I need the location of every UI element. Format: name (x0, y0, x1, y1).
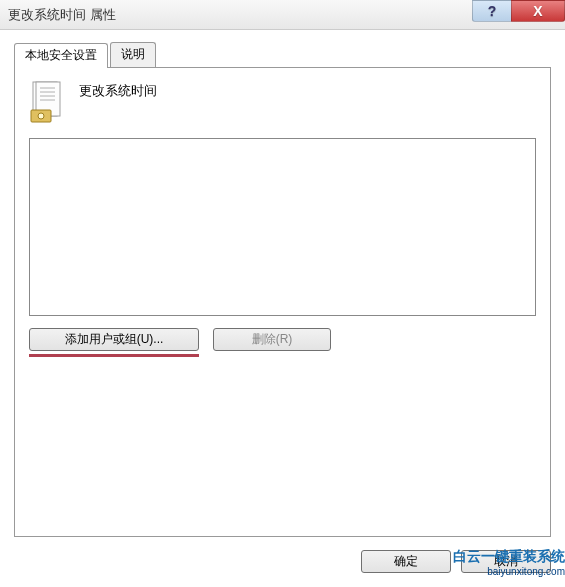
annotation-underline (29, 354, 199, 357)
button-row: 添加用户或组(U)... 删除(R) (29, 328, 536, 357)
help-icon: ? (488, 3, 497, 19)
heading-row: 更改系统时间 (29, 80, 536, 124)
close-button[interactable]: X (511, 0, 565, 22)
titlebar: 更改系统时间 属性 ? X (0, 0, 565, 30)
add-user-or-group-button[interactable]: 添加用户或组(U)... (29, 328, 199, 351)
dialog-body: 本地安全设置 说明 更改系统时间 添加用户或组(U)... 删 (0, 30, 565, 587)
cancel-button[interactable]: 取消 (461, 550, 551, 573)
policy-document-icon (29, 80, 65, 124)
window-controls: ? X (473, 0, 565, 24)
window-title: 更改系统时间 属性 (8, 6, 116, 24)
close-icon: X (533, 3, 542, 19)
tab-local-security[interactable]: 本地安全设置 (14, 43, 108, 68)
tab-strip: 本地安全设置 说明 (14, 42, 551, 67)
tab-explain[interactable]: 说明 (110, 42, 156, 67)
remove-button[interactable]: 删除(R) (213, 328, 331, 351)
policy-heading: 更改系统时间 (79, 80, 157, 100)
help-button[interactable]: ? (472, 0, 512, 22)
svg-point-7 (38, 113, 44, 119)
users-groups-listbox[interactable] (29, 138, 536, 316)
dialog-footer: 确定 取消 (361, 550, 551, 573)
tab-panel-local-security: 更改系统时间 添加用户或组(U)... 删除(R) (14, 67, 551, 537)
ok-button[interactable]: 确定 (361, 550, 451, 573)
